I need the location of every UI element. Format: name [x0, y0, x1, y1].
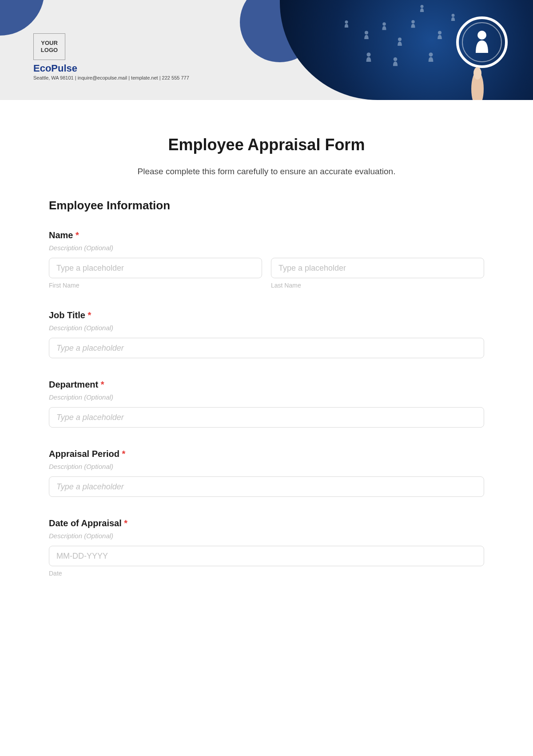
hero-image: [280, 0, 533, 100]
field-desc-date: Description (Optional): [49, 532, 484, 540]
date-input[interactable]: [49, 546, 484, 566]
field-label-date: Date of Appraisal *: [49, 518, 484, 528]
required-marker: *: [88, 310, 91, 320]
first-name-input[interactable]: [49, 258, 262, 278]
section-title: Employee Information: [49, 199, 484, 212]
form-title: Employee Appraisal Form: [49, 136, 484, 154]
logo-block: YOUR LOGO EcoPulse Seattle, WA 98101 | i…: [33, 33, 189, 80]
form-content: Employee Appraisal Form Please complete …: [0, 100, 533, 616]
form-subtitle: Please complete this form carefully to e…: [49, 167, 484, 176]
svg-point-1: [365, 31, 368, 35]
label-text: Department: [49, 380, 98, 389]
people-network-icon: [280, 0, 533, 100]
field-label-job-title: Job Title *: [49, 310, 484, 320]
field-label-appraisal-period: Appraisal Period *: [49, 449, 484, 459]
svg-point-3: [398, 38, 402, 41]
logo-placeholder: YOUR LOGO: [33, 33, 65, 60]
department-input[interactable]: [49, 407, 484, 428]
label-text: Name: [49, 230, 73, 240]
last-name-sublabel: Last Name: [271, 282, 484, 289]
svg-point-6: [438, 31, 442, 35]
label-text: Job Title: [49, 310, 85, 320]
field-label-name: Name *: [49, 230, 484, 240]
svg-point-4: [411, 20, 415, 24]
svg-point-13: [477, 31, 486, 40]
field-appraisal-period: Appraisal Period * Description (Optional…: [49, 449, 484, 497]
field-job-title: Job Title * Description (Optional): [49, 310, 484, 358]
label-text: Appraisal Period: [49, 449, 119, 459]
corner-decoration: [0, 0, 44, 36]
field-desc-appraisal-period: Description (Optional): [49, 463, 484, 470]
required-marker: *: [124, 518, 127, 528]
field-name: Name * Description (Optional) First Name…: [49, 230, 484, 289]
tagline: Seattle, WA 98101 | inquire@ecopulse.mai…: [33, 75, 189, 80]
required-marker: *: [101, 380, 104, 389]
svg-point-7: [452, 14, 455, 17]
svg-point-0: [345, 20, 348, 24]
last-name-input[interactable]: [271, 258, 484, 278]
field-desc-job-title: Description (Optional): [49, 324, 484, 332]
svg-point-10: [429, 52, 433, 56]
header: YOUR LOGO EcoPulse Seattle, WA 98101 | i…: [0, 0, 533, 100]
field-date-of-appraisal: Date of Appraisal * Description (Optiona…: [49, 518, 484, 577]
svg-point-9: [394, 57, 398, 61]
first-name-sublabel: First Name: [49, 282, 262, 289]
appraisal-period-input[interactable]: [49, 476, 484, 497]
field-label-department: Department *: [49, 380, 484, 390]
label-text: Date of Appraisal: [49, 518, 122, 528]
svg-point-8: [367, 52, 371, 56]
date-sublabel: Date: [49, 570, 484, 577]
field-desc-name: Description (Optional): [49, 244, 484, 252]
field-department: Department * Description (Optional): [49, 380, 484, 428]
required-marker: *: [122, 449, 126, 459]
brand-name: EcoPulse: [33, 63, 189, 74]
field-desc-department: Description (Optional): [49, 393, 484, 401]
job-title-input[interactable]: [49, 338, 484, 358]
svg-point-15: [473, 67, 481, 80]
required-marker: *: [76, 230, 79, 240]
svg-point-5: [421, 5, 424, 8]
svg-point-2: [382, 22, 386, 26]
